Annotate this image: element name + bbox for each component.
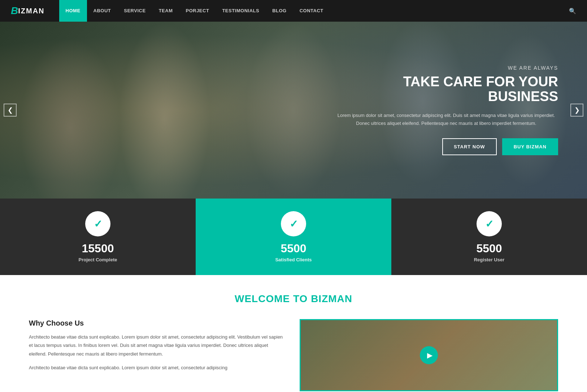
stat-number-users: 5500 — [476, 242, 502, 255]
nav-item-home[interactable]: HOME — [59, 0, 87, 22]
checkmark-icon-clients: ✓ — [290, 218, 298, 230]
play-icon: ▶ — [427, 351, 432, 360]
nav-item-porject[interactable]: PORJECT — [179, 0, 216, 22]
hero-arrow-left[interactable]: ❮ — [4, 104, 17, 117]
hero-title: TAKE CARE FOR YOUR BUSINESS — [334, 74, 558, 105]
nav-item-blog[interactable]: BLOG — [266, 0, 293, 22]
stat-label-clients: Satisfied Clients — [275, 257, 312, 262]
welcome-video-thumbnail[interactable]: ▶ — [300, 319, 558, 391]
hero-buttons: START NOW BUY BIZMAN — [334, 138, 558, 155]
nav-item-testimonials[interactable]: TESTIMONIALS — [216, 0, 266, 22]
stat-label-users: Register User — [474, 257, 505, 262]
welcome-section: WELCOME TO BIZMAN Why Choose Us Architec… — [0, 275, 587, 392]
stat-number-clients: 5500 — [281, 242, 306, 255]
logo-name: IZMAN — [18, 7, 44, 15]
stat-label-projects: Project Complete — [79, 257, 117, 262]
stat-circle-clients: ✓ — [281, 211, 306, 236]
nav-item-team[interactable]: TEAM — [152, 0, 179, 22]
hero-description: Lorem ipsum dolor sit amet, consectetur … — [334, 112, 558, 127]
checkmark-icon-projects: ✓ — [94, 218, 102, 230]
welcome-title-brand: BIZMAN — [311, 293, 352, 304]
welcome-title: WELCOME TO BIZMAN — [29, 293, 558, 305]
welcome-title-prefix: WELCOME TO — [235, 293, 311, 304]
stats-section: ✓ 15500 Project Complete ✓ 5500 Satisfie… — [0, 199, 587, 275]
stat-circle-users: ✓ — [477, 211, 502, 236]
nav-item-about[interactable]: ABOUT — [87, 0, 118, 22]
welcome-text-block: Why Choose Us Architecto beatae vitae di… — [29, 319, 285, 378]
nav-links: HOME ABOUT SERVICE TEAM PORJECT TESTIMON… — [59, 0, 330, 22]
stat-projects: ✓ 15500 Project Complete — [0, 199, 196, 275]
search-icon[interactable]: 🔍 — [569, 8, 576, 14]
stat-clients: ✓ 5500 Satisfied Clients — [196, 199, 391, 275]
why-choose-us-para1: Architecto beatae vitae dicta sunt expli… — [29, 333, 285, 358]
play-button[interactable]: ▶ — [420, 346, 438, 364]
nav-item-service[interactable]: SERVICE — [117, 0, 152, 22]
why-choose-us-title: Why Choose Us — [29, 319, 285, 327]
stat-circle-projects: ✓ — [85, 211, 110, 236]
hero-arrow-right[interactable]: ❯ — [570, 104, 583, 117]
stat-number-projects: 15500 — [82, 242, 114, 255]
logo-letter: B — [11, 5, 18, 17]
why-choose-us-para2: Architecto beatae vitae dicta sunt expli… — [29, 363, 285, 372]
buy-bizman-button[interactable]: BUY BIZMAN — [502, 138, 558, 155]
start-now-button[interactable]: START NOW — [442, 138, 497, 155]
hero-content: WE ARE ALWAYS TAKE CARE FOR YOUR BUSINES… — [334, 65, 587, 156]
navbar: B IZMAN HOME ABOUT SERVICE TEAM PORJECT … — [0, 0, 587, 22]
hero-section: ❮ WE ARE ALWAYS TAKE CARE FOR YOUR BUSIN… — [0, 22, 587, 199]
stat-users: ✓ 5500 Register User — [391, 199, 587, 275]
hero-subtitle: WE ARE ALWAYS — [334, 65, 558, 71]
logo[interactable]: B IZMAN — [11, 5, 45, 17]
nav-item-contact[interactable]: CONTACT — [293, 0, 330, 22]
checkmark-icon-users: ✓ — [485, 218, 493, 230]
welcome-content: Why Choose Us Architecto beatae vitae di… — [29, 319, 558, 391]
